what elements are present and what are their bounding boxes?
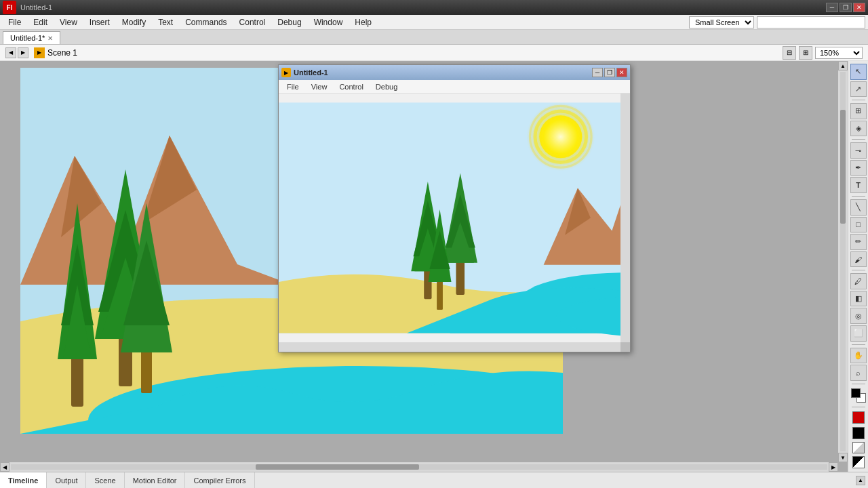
menu-modify[interactable]: Modify (117, 16, 151, 28)
tab-close-button[interactable]: ✕ (47, 35, 53, 42)
toolbar-separator-2 (852, 139, 865, 140)
title-bar-controls[interactable]: ─ ❐ ✕ (826, 3, 865, 12)
bottom-spacer (255, 472, 854, 488)
floating-window: ▶ Untitled-1 ─ ❐ ✕ File View Control Deb… (278, 64, 631, 352)
stroke-color-swatch[interactable] (851, 388, 861, 398)
compiler-errors-tab[interactable]: Compiler Errors (185, 472, 254, 488)
toolbar-separator-7 (852, 407, 865, 407)
fw-menu-file[interactable]: File (281, 81, 304, 92)
pencil-tool-button[interactable]: ✏ (850, 234, 867, 250)
menu-window[interactable]: Window (309, 16, 349, 28)
zoom-tool-button[interactable]: ⌕ (850, 365, 867, 381)
v-scrollbar[interactable]: ▲ ▼ (838, 61, 848, 462)
fw-close-button[interactable]: ✕ (616, 68, 627, 77)
menu-help[interactable]: Help (349, 16, 377, 28)
svg-rect-8 (71, 352, 83, 407)
color-swatch-area (851, 388, 866, 403)
brush-tool-button[interactable]: 🖌 (850, 251, 867, 268)
menu-control[interactable]: Control (234, 16, 271, 28)
fw-menu-view[interactable]: View (306, 81, 333, 92)
panel-collapse-button[interactable]: ▲ (856, 476, 865, 485)
fw-content (279, 94, 630, 352)
timeline-tab[interactable]: Timeline (0, 472, 47, 488)
no-color-button[interactable] (852, 442, 865, 454)
current-stroke-button[interactable] (852, 427, 865, 439)
fw-restore-button[interactable]: ❐ (604, 68, 615, 77)
subselect-tool-button[interactable]: ↗ (850, 81, 867, 98)
title-bar: Fl Untitled-1 ─ ❐ ✕ (0, 0, 868, 15)
eyedropper-button[interactable]: ◎ (850, 308, 867, 324)
bottom-panel: Timeline Output Scene Motion Editor Comp… (0, 472, 868, 488)
fw-minimize-button[interactable]: ─ (592, 68, 603, 77)
pen-tool-button[interactable]: ✒ (850, 160, 867, 176)
fw-menu-control[interactable]: Control (334, 81, 368, 92)
hand-tool-button[interactable]: ✋ (850, 348, 867, 364)
h-scrollbar-thumb[interactable] (256, 464, 419, 470)
h-scrollbar[interactable]: ◀ ▶ (0, 462, 838, 472)
menu-debug[interactable]: Debug (272, 16, 307, 28)
app-title: Untitled-1 (20, 3, 52, 12)
ink-bottle-button[interactable]: 🖊 (850, 273, 867, 289)
gradient-transform-button[interactable]: ◈ (850, 121, 867, 137)
current-fill-button[interactable] (852, 411, 865, 424)
motion-editor-tab[interactable]: Motion Editor (125, 472, 186, 488)
line-tool-button[interactable]: ╲ (850, 199, 867, 216)
fw-menubar: File View Control Debug (279, 80, 630, 94)
fl-logo: Fl (3, 1, 16, 14)
fw-v-scrollbar[interactable] (620, 94, 630, 342)
scene-bar: ◀ ▶ ▶ Scene 1 ⊟ ⊞ 150% 100% 75% 50% (0, 45, 868, 61)
menu-insert[interactable]: Insert (84, 16, 115, 28)
menu-right: Small Screen (689, 16, 865, 28)
menu-text[interactable]: Text (153, 16, 178, 28)
canvas-area: ◀ ▶ ▲ ▼ ▶ Untitled-1 ─ ❐ ✕ (0, 61, 848, 472)
v-scrollbar-thumb[interactable] (840, 110, 846, 224)
swap-colors-button[interactable] (852, 456, 865, 468)
menu-commands[interactable]: Commands (180, 16, 232, 28)
tab-label: Untitled-1* (10, 34, 45, 42)
screen-select[interactable]: Small Screen (689, 16, 754, 28)
scene-label: ▶ Scene 1 (34, 47, 77, 58)
menu-view[interactable]: View (54, 16, 83, 28)
v-scroll-up-button[interactable]: ▲ (838, 61, 848, 70)
fw-menu-debug[interactable]: Debug (370, 81, 403, 92)
rectangle-tool-button[interactable]: □ (850, 217, 867, 233)
fw-h-scrollbar[interactable] (279, 342, 620, 352)
view-controls: ⊟ ⊞ 150% 100% 75% 50% (783, 46, 863, 60)
document-tab[interactable]: Untitled-1* ✕ (3, 31, 60, 44)
search-input[interactable] (757, 16, 865, 28)
toolbar-separator-3 (852, 196, 865, 197)
svg-rect-16 (141, 346, 152, 393)
menu-file[interactable]: File (3, 16, 26, 28)
fw-titlebar[interactable]: ▶ Untitled-1 ─ ❐ ✕ (279, 65, 630, 80)
clip-view-button[interactable]: ⊟ (783, 46, 796, 60)
menu-edit[interactable]: Edit (28, 16, 53, 28)
h-scroll-left-button[interactable]: ◀ (0, 462, 9, 472)
h-scroll-right-button[interactable]: ▶ (829, 462, 838, 472)
free-transform-button[interactable]: ⊞ (850, 103, 867, 119)
scene-back-button[interactable]: ◀ (5, 47, 16, 58)
lasso-tool-button[interactable]: ⊸ (850, 142, 867, 159)
stage-view-button[interactable]: ⊞ (799, 46, 812, 60)
minimize-button[interactable]: ─ (826, 3, 838, 12)
scene-tab[interactable]: Scene (86, 472, 124, 488)
toolbar-separator-4 (852, 270, 865, 270)
fw-scene-svg (279, 94, 620, 342)
paint-bucket-button[interactable]: ◧ (850, 291, 867, 307)
scene-forward-button[interactable]: ▶ (18, 47, 28, 58)
fw-resize-handle[interactable] (620, 342, 630, 352)
scene-nav: ◀ ▶ (5, 47, 28, 58)
toolbar-separator-1 (852, 100, 865, 100)
toolbar-separator-5 (852, 344, 865, 345)
restore-button[interactable]: ❐ (840, 3, 852, 12)
output-tab[interactable]: Output (47, 472, 86, 488)
select-tool-button[interactable]: ↖ (850, 64, 867, 80)
text-tool-button[interactable]: T (850, 177, 867, 193)
fw-controls[interactable]: ─ ❐ ✕ (592, 68, 627, 77)
title-bar-left: Fl Untitled-1 (3, 1, 52, 14)
scene-name: Scene 1 (47, 48, 77, 58)
v-scroll-down-button[interactable]: ▼ (838, 453, 848, 462)
bottom-controls: ▲ (853, 472, 868, 488)
zoom-select[interactable]: 150% 100% 75% 50% (815, 47, 863, 59)
close-button[interactable]: ✕ (853, 3, 865, 12)
eraser-button[interactable]: ⬜ (850, 325, 867, 342)
